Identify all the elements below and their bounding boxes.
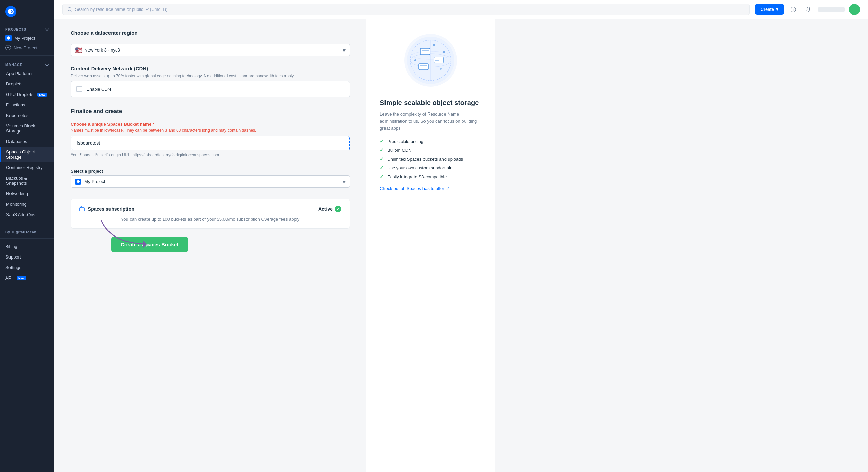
cdn-checkbox-label[interactable]: Enable CDN [86,87,111,92]
svg-point-24 [433,44,435,46]
topbar: Search by resource name or public IP (Cm… [54,0,868,19]
subscription-title-text: Spaces subscription [88,206,134,212]
search-icon [67,7,72,12]
sidebar-item-label: Billing [5,244,17,249]
sidebar-item-label: Support [5,254,21,260]
sidebar-item-label: Functions [6,102,25,107]
bucket-name-input[interactable] [71,136,350,150]
svg-rect-21 [419,64,428,70]
help-button[interactable]: ? [788,4,799,15]
svg-point-27 [440,68,442,70]
bucket-name-hint: Names must be in lowercase. They can be … [71,128,350,133]
check-icon-3: ✓ [380,156,384,162]
sidebar-item-databases[interactable]: Databases [0,136,54,147]
sidebar-item-volumes[interactable]: Volumes Block Storage [0,121,54,136]
feature-item-3: ✓ Unlimited Spaces buckets and uploads [380,156,481,162]
new-project-label: New Project [14,45,37,50]
sidebar-item-label: GPU Droplets [6,92,33,97]
sidebar-item-droplets[interactable]: Droplets [0,79,54,89]
info-desc: Leave the complexity of Resource Name ad… [380,111,481,132]
status-dot-icon [335,206,341,212]
search-bar[interactable]: Search by resource name or public IP (Cm… [62,4,750,15]
feature-label-4: Use your own custom subdomain [387,165,452,170]
svg-rect-7 [80,208,84,211]
feature-item-5: ✓ Easily integrate S3-compatible [380,174,481,179]
feature-label-3: Unlimited Spaces buckets and uploads [387,157,463,162]
project-select-icon [75,179,81,185]
sidebar-item-label: SaaS Add-Ons [6,212,35,217]
spaces-info-link[interactable]: Check out all Spaces has to offer ↗ [380,186,481,191]
sidebar-item-label: Monitoring [6,202,27,207]
project-select[interactable]: My Project [71,176,350,187]
finalize-section: Finalize and create Choose a unique Spac… [71,108,350,252]
avatar[interactable] [849,4,860,15]
create-button[interactable]: Create ▾ [755,4,784,15]
sidebar-item-networking[interactable]: Networking [0,188,54,199]
datacenter-section: Choose a datacenter region 🇺🇸 New York 3… [71,30,350,56]
svg-point-26 [414,59,416,61]
search-placeholder: Search by resource name or public IP (Cm… [75,7,167,12]
project-chevron-icon: ▾ [343,178,346,185]
feature-label-2: Built-in CDN [387,148,412,153]
feature-item-2: ✓ Built-in CDN [380,147,481,153]
sidebar-item-gpu-droplets[interactable]: GPU Droplets New [0,89,54,100]
sidebar-item-spaces[interactable]: Spaces Object Storage [0,147,54,162]
svg-line-3 [71,10,72,12]
sidebar-item-saas[interactable]: SaaS Add-Ons [0,209,54,220]
sidebar-item-app-platform[interactable]: App Platform [0,68,54,79]
project-icon [5,35,12,41]
subscription-status-text: Active [318,206,333,212]
bucket-name-label: Choose a unique Spaces Bucket name * [71,122,350,127]
svg-point-0 [8,9,14,14]
subscription-status-area: Active [318,206,341,212]
projects-section-label: PROJECTS [0,23,54,33]
sidebar-item-label: API [5,275,13,281]
datacenter-select-wrapper: 🇺🇸 New York 3 - nyc3 San Francisco 3 - s… [71,44,350,56]
sidebar-item-api[interactable]: API New [0,273,54,283]
by-do-label: By DigitalOcean [0,226,54,235]
new-project-button[interactable]: + New Project [0,43,54,53]
sidebar-item-container-registry[interactable]: Container Registry [0,162,54,173]
cdn-desc: Deliver web assets up to 70% faster with… [71,74,350,78]
create-bucket-section: Create a Spaces Bucket [71,237,350,252]
user-name-placeholder [818,7,845,12]
sidebar-item-billing[interactable]: Billing [0,241,54,252]
sidebar-item-monitoring[interactable]: Monitoring [0,199,54,209]
feature-list: ✓ Predictable pricing ✓ Built-in CDN ✓ U… [380,139,481,179]
cdn-checkbox[interactable] [76,86,82,92]
arrow-decoration [91,217,159,250]
feature-label-1: Predictable pricing [387,139,423,144]
project-select-wrapper: My Project ▾ [71,175,350,188]
sidebar-item-kubernetes[interactable]: Kubernetes [0,110,54,121]
sidebar-item-label: Volumes Block Storage [6,123,49,134]
sidebar-item-support[interactable]: Support [0,252,54,262]
datacenter-chevron-icon: ▾ [343,47,346,53]
cdn-section: Content Delivery Network (CDN) Deliver w… [71,66,350,97]
sidebar-project-name: My Project [14,36,35,41]
datacenter-select[interactable]: New York 3 - nyc3 San Francisco 3 - sfo3… [71,44,350,56]
external-link-icon: ↗ [446,186,450,191]
bucket-name-field: Choose a unique Spaces Bucket name * Nam… [71,122,350,157]
flag-icon: 🇺🇸 [75,46,82,54]
manage-section-label: MANAGE [0,58,54,68]
api-new-badge: New [17,276,26,280]
do-logo [5,6,16,17]
feature-item-4: ✓ Use your own custom subdomain [380,165,481,170]
notifications-button[interactable] [803,4,814,15]
check-icon-1: ✓ [380,139,384,144]
project-select-divider [71,167,91,167]
sidebar-item-label: App Platform [6,71,32,76]
sidebar-item-label: Backups & Snapshots [6,176,49,186]
page-content: Choose a datacenter region 🇺🇸 New York 3… [54,19,868,472]
subscription-header: Spaces subscription Active [79,206,341,212]
bucket-url-hint: Your Spaces Bucket's origin URL: https:/… [71,152,350,157]
sidebar-item-label: Networking [6,191,28,196]
datacenter-title: Choose a datacenter region [71,30,350,36]
sidebar-project[interactable]: My Project [0,33,54,43]
sidebar-logo[interactable] [0,0,54,23]
sidebar-item-settings[interactable]: Settings [0,262,54,273]
sidebar-item-backups[interactable]: Backups & Snapshots [0,173,54,188]
sidebar-item-label: Databases [6,139,27,144]
datacenter-divider [71,38,350,38]
sidebar-item-functions[interactable]: Functions [0,100,54,110]
